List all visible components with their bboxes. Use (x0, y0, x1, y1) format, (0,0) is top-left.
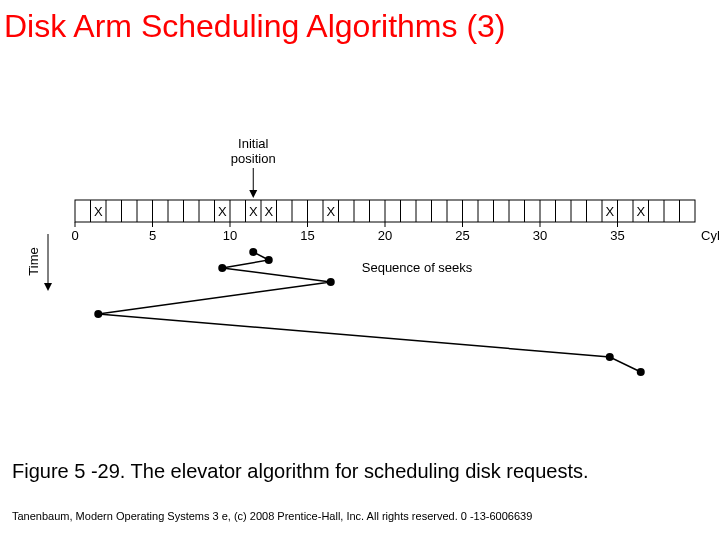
request-marker: X (249, 204, 258, 219)
axis-tick-label: 25 (455, 228, 469, 243)
page-title: Disk Arm Scheduling Algorithms (3) (0, 0, 720, 45)
axis-tick-label: 20 (378, 228, 392, 243)
request-marker: X (264, 204, 273, 219)
axis-tick-label: 15 (300, 228, 314, 243)
axis-tick-label: 30 (533, 228, 547, 243)
initial-position-label2: position (231, 151, 276, 166)
time-arrowhead-icon (44, 283, 52, 291)
request-marker: X (636, 204, 645, 219)
request-marker: X (218, 204, 227, 219)
initial-position-label: Initial (238, 136, 268, 151)
copyright-credit: Tanenbaum, Modern Operating Systems 3 e,… (12, 510, 532, 522)
request-marker: X (605, 204, 614, 219)
seek-label: Sequence of seeks (362, 260, 473, 275)
axis-tick-label: 0 (71, 228, 78, 243)
figure-caption: Figure 5 -29. The elevator algorithm for… (12, 460, 589, 483)
axis-tick-label: 10 (223, 228, 237, 243)
diagram-container: InitialpositionXXXXXXX05101520253035Cyli… (0, 130, 720, 410)
request-marker: X (94, 204, 103, 219)
axis-tick-label: 5 (149, 228, 156, 243)
arrowhead-icon (249, 190, 257, 198)
time-axis-label: Time (26, 247, 41, 275)
axis-label: Cylinder (701, 228, 720, 243)
axis-tick-label: 35 (610, 228, 624, 243)
request-marker: X (326, 204, 335, 219)
diagram-svg: InitialpositionXXXXXXX05101520253035Cyli… (0, 130, 720, 410)
